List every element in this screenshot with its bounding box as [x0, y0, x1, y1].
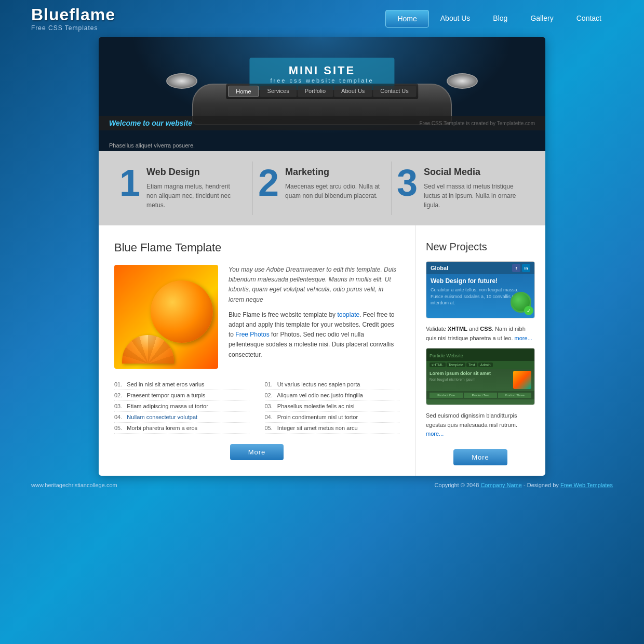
- list-item: 05. Morbi pharetra lorem a eros: [114, 423, 249, 434]
- project-thumb-2[interactable]: Particle Website xHTML Template Test Adm…: [426, 348, 535, 405]
- feature-desc-2: Maecenas eget arcu odio. Nulla at quam n…: [285, 182, 381, 200]
- site-footer: www.heritagechristiancollege.com Copyrig…: [0, 476, 644, 494]
- hero-tagline: free css website template: [270, 77, 373, 84]
- list-item: 03. Phasellus molestie felis ac nisi: [265, 401, 400, 412]
- content-area: Blue Flame Template You may use Adobe Dr…: [99, 225, 545, 476]
- right-more-btn-wrapper: More: [426, 449, 535, 465]
- list-1: 01. Sed in nisl sit amet eros varius 02.…: [114, 379, 249, 434]
- feature-title-3: Social Media: [424, 167, 519, 178]
- list-item: 04. Nullam consectetur volutpat: [114, 412, 249, 423]
- thumb2-product-1: Product One: [430, 393, 463, 398]
- hero-nav: Home Services Portfolio About Us Contact…: [226, 84, 418, 99]
- thumb1-header: Global f in: [426, 262, 534, 274]
- thumb2-title: Particle Website: [430, 353, 463, 358]
- thumb2-nav-4[interactable]: Admin: [478, 363, 493, 367]
- thumb2-text: Lorem ipsum dolor sit amet Non feugiat n…: [430, 371, 510, 389]
- logo-title: Blueflame: [31, 5, 115, 24]
- list-item: 02. Aliquam vel odio nec justo fringilla: [265, 390, 400, 401]
- hero-nav-contact[interactable]: Contact Us: [373, 86, 415, 97]
- feature-desc-3: Sed vel massa id metus tristique luctus …: [424, 182, 519, 210]
- nav-blog[interactable]: Blog: [481, 10, 519, 28]
- thumb1-brand: Global: [431, 265, 448, 271]
- list-item: 03. Etiam adipiscing massa ut tortor: [114, 401, 249, 412]
- templates-link[interactable]: Free Web Templates: [560, 482, 613, 488]
- main-nav: Home About Us Blog Gallery Contact: [385, 10, 613, 28]
- nav-home[interactable]: Home: [385, 10, 428, 28]
- list-col-2: 01. Ut varius lectus nec sapien porta 02…: [265, 379, 400, 434]
- thumb2-header: Particle Website: [426, 348, 534, 361]
- footer-copyright: Copyright © 2048 Company Name - Designed…: [435, 482, 613, 488]
- more-button-right[interactable]: More: [453, 449, 507, 465]
- tooplate-link[interactable]: tooplate: [337, 311, 359, 318]
- orange-segments: [122, 335, 174, 364]
- thumb2-nav: xHTML Template Test Admin: [426, 361, 534, 369]
- nav-gallery[interactable]: Gallery: [519, 10, 565, 28]
- feature-number-1: 1: [119, 164, 140, 202]
- logo-area: Blueflame Free CSS Templates: [31, 5, 115, 32]
- nav-contact[interactable]: Contact: [565, 10, 613, 28]
- more-button-left[interactable]: More: [230, 444, 284, 460]
- list-item: 02. Praesent tempor quam a turpis: [114, 390, 249, 401]
- designed-by-text: Designed by: [527, 482, 559, 488]
- orange-circle: [151, 280, 213, 343]
- main-wrapper: MINI SITE free css website template Home…: [99, 37, 545, 476]
- left-col-heading: Blue Flame Template: [114, 241, 399, 254]
- feature-title-2: Marketing: [285, 167, 381, 178]
- list-item: 05. Integer sit amet metus non arcu: [265, 423, 400, 434]
- thumb2-nav-2[interactable]: Template: [447, 363, 465, 367]
- hero-lorem: Phasellus aliquet viverra posuere.: [109, 142, 195, 149]
- project1-more-link[interactable]: more...: [515, 335, 532, 341]
- feature-number-2: 2: [258, 164, 279, 202]
- hero-nav-services[interactable]: Services: [260, 86, 297, 97]
- sidebar-heading: New Projects: [426, 241, 535, 253]
- hero-credit: Free CSS Template is created by Template…: [419, 120, 535, 126]
- headlight-left: [166, 73, 197, 89]
- thumb2-image: [513, 371, 531, 389]
- lists-area: 01. Sed in nisl sit amet eros varius 02.…: [114, 379, 399, 434]
- headlight-right: [447, 73, 478, 89]
- thumb1-social: f in: [512, 264, 530, 272]
- article-body: Blue Flame is free website template by t…: [229, 310, 399, 360]
- linkedin-icon[interactable]: in: [522, 264, 530, 272]
- facebook-icon[interactable]: f: [512, 264, 520, 272]
- article-text: You may use Adobe Dreamweaver to edit th…: [229, 265, 399, 369]
- thumb2-body: Non feugiat nisi lorem ipsum: [430, 378, 510, 381]
- feature-title-1: Web Design: [146, 167, 242, 178]
- feature-content-2: Marketing Maecenas eget arcu odio. Nulla…: [285, 167, 381, 200]
- logo-subtitle: Free CSS Templates: [31, 24, 115, 32]
- thumb1-title: Web Design for future!: [431, 277, 530, 285]
- list-link[interactable]: Nullam consectetur volutpat: [127, 414, 197, 420]
- orange-image: [114, 265, 218, 369]
- thumb2-product-2: Product Two: [464, 393, 497, 398]
- hero-nav-about[interactable]: About Us: [334, 86, 372, 97]
- left-column: Blue Flame Template You may use Adobe Dr…: [99, 225, 415, 476]
- feature-number-3: 3: [397, 164, 418, 202]
- welcome-text: Welcome to our website: [109, 119, 192, 127]
- hero-banner: MINI SITE free css website template Home…: [99, 37, 545, 151]
- project2-desc: Sed euismod dignissim blanditturpis eges…: [426, 411, 535, 439]
- checkmark-icon: ✓: [524, 306, 533, 315]
- article-italic: You may use Adobe Dreamweaver to edit th…: [229, 265, 399, 305]
- hero-nav-home[interactable]: Home: [228, 86, 259, 97]
- footer-url: www.heritagechristiancollege.com: [31, 482, 117, 488]
- hero-nav-portfolio[interactable]: Portfolio: [298, 86, 333, 97]
- copyright-text: Copyright © 2048: [435, 482, 479, 488]
- thumb2-nav-1[interactable]: xHTML: [430, 363, 446, 367]
- feature-2: 2 Marketing Maecenas eget arcu odio. Nul…: [253, 162, 392, 215]
- project-thumb-1[interactable]: Global f in Web Design for future! Curab…: [426, 261, 535, 318]
- project1-desc: Validate XHTML and CSS. Nam id nibh quis…: [426, 325, 535, 343]
- thumb2-lorem: Lorem ipsum dolor sit amet: [430, 371, 510, 376]
- free-photos-link[interactable]: Free Photos: [235, 331, 269, 338]
- welcome-bar: Welcome to our website Free CSS Template…: [99, 116, 545, 130]
- list-item: 04. Proin condimentum nisl ut tortor: [265, 412, 400, 423]
- more-btn-wrapper: More: [114, 444, 399, 460]
- features-section: 1 Web Design Etiam magna metus, hendreri…: [99, 151, 545, 225]
- thumb2-product-3: Product Three: [498, 393, 531, 398]
- hero-title: MINI SITE: [270, 64, 373, 77]
- nav-about[interactable]: About Us: [429, 10, 482, 28]
- list-2: 01. Ut varius lectus nec sapien porta 02…: [265, 379, 400, 434]
- thumb2-nav-3[interactable]: Test: [466, 363, 477, 367]
- company-link[interactable]: Company Name: [480, 482, 521, 488]
- header: Blueflame Free CSS Templates Home About …: [0, 0, 644, 37]
- project2-more-link[interactable]: more...: [426, 431, 444, 437]
